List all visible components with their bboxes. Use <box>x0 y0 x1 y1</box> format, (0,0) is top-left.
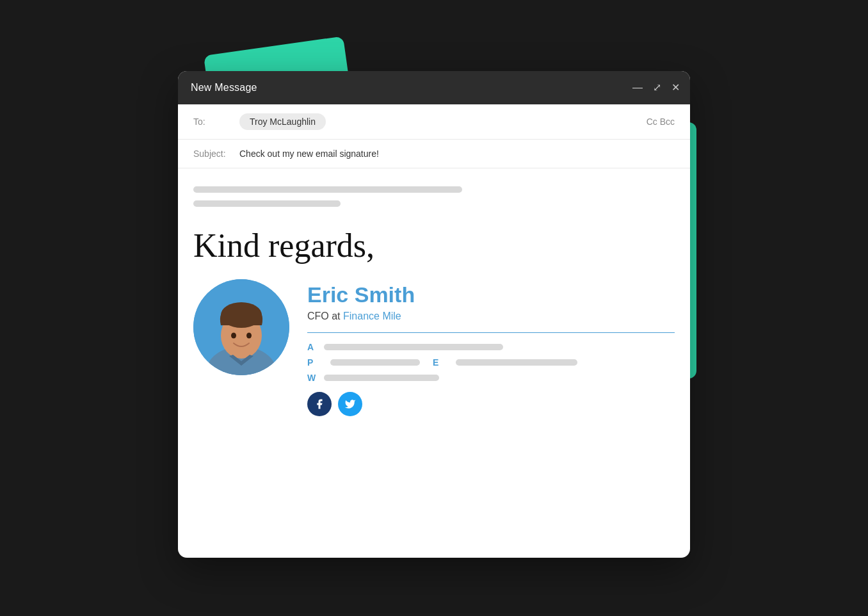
avatar-svg <box>193 279 289 375</box>
facebook-icon <box>314 398 325 410</box>
signature-info: Eric Smith CFO at Finance Mile A P <box>307 279 675 416</box>
minimize-button[interactable]: — <box>632 83 643 93</box>
compose-line-2 <box>193 200 341 207</box>
signature-divider <box>307 332 675 334</box>
facebook-button[interactable] <box>307 392 332 416</box>
window-title: New Message <box>191 82 257 93</box>
twitter-button[interactable] <box>338 392 362 416</box>
subject-row: Subject: Check out my new email signatur… <box>178 140 690 168</box>
email-body: To: Troy McLaughlin Cc Bcc Subject: Chec… <box>178 104 690 432</box>
svg-point-5 <box>231 333 236 339</box>
email-window: New Message — ⤢ ✕ To: Troy McLaughlin Cc… <box>178 71 690 558</box>
signature-card: Eric Smith CFO at Finance Mile A P <box>193 279 675 416</box>
to-row: To: Troy McLaughlin Cc Bcc <box>178 104 690 140</box>
subject-label: Subject: <box>193 149 232 159</box>
svg-point-6 <box>246 333 252 339</box>
titlebar: New Message — ⤢ ✕ <box>178 71 690 104</box>
close-button[interactable]: ✕ <box>671 83 680 93</box>
address-value-bar <box>324 344 503 350</box>
website-key: W <box>307 373 317 383</box>
signature-section: Kind regards, <box>178 227 690 432</box>
website-value-bar <box>324 375 439 381</box>
cc-bcc-button[interactable]: Cc Bcc <box>647 117 675 127</box>
company-name: Finance Mile <box>343 311 401 321</box>
scene: New Message — ⤢ ✕ To: Troy McLaughlin Cc… <box>172 45 696 571</box>
avatar <box>193 279 289 375</box>
to-label: To: <box>193 117 232 127</box>
website-row: W <box>307 373 675 383</box>
signature-name: Eric Smith <box>307 282 675 308</box>
email-value-bar <box>456 359 577 366</box>
address-row: A <box>307 342 675 352</box>
title-prefix: CFO at <box>307 311 343 321</box>
social-icons <box>307 392 675 416</box>
signature-greeting: Kind regards, <box>193 227 675 264</box>
compose-line-1 <box>193 186 462 193</box>
address-key: A <box>307 342 317 352</box>
email-key: E <box>433 357 443 368</box>
phone-value-bar <box>330 359 420 366</box>
twitter-icon <box>344 398 356 410</box>
recipient-pill[interactable]: Troy McLaughlin <box>239 113 326 130</box>
phone-key: P <box>307 357 317 368</box>
maximize-button[interactable]: ⤢ <box>653 83 661 93</box>
subject-value: Check out my new email signature! <box>239 149 379 159</box>
compose-area[interactable] <box>178 168 690 227</box>
window-controls: — ⤢ ✕ <box>632 83 680 93</box>
phone-email-row: P E <box>307 357 675 368</box>
signature-title: CFO at Finance Mile <box>307 311 675 322</box>
